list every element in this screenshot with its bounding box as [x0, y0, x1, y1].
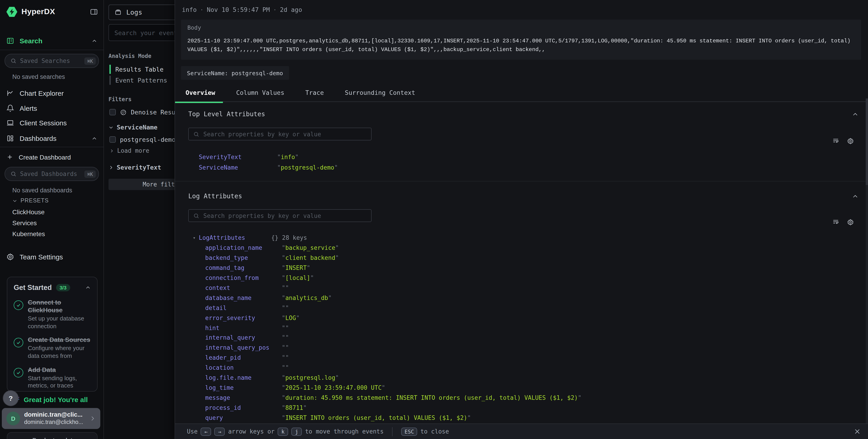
- attribute-key[interactable]: ServiceName: [199, 164, 277, 171]
- property-search-input[interactable]: Search properties by key or value: [188, 128, 372, 140]
- attribute-row[interactable]: context "": [193, 283, 868, 293]
- sidebar-item-team-settings[interactable]: Team Settings: [0, 251, 103, 263]
- attribute-key[interactable]: internal_query: [205, 334, 282, 341]
- help-button[interactable]: ?: [3, 391, 18, 406]
- collapse-section-icon[interactable]: [852, 111, 859, 118]
- sidebar-item-label: Team Settings: [20, 253, 63, 261]
- filter-group-label: SeverityText: [117, 164, 161, 171]
- attribute-value[interactable]: duration: 45.950 ms statement: INSERT IN…: [285, 394, 578, 401]
- saved-searches-input[interactable]: Saved Searches ⌘K: [5, 54, 99, 68]
- sidebar-collapse-icon[interactable]: [90, 8, 98, 16]
- attribute-row[interactable]: log_time "2025-11-10 23:59:47.000 UTC": [193, 383, 868, 393]
- attribute-key[interactable]: database_name: [205, 294, 282, 301]
- get-started-item[interactable]: Connect to ClickHouse Set up your databa…: [14, 299, 91, 330]
- attribute-row[interactable]: database_name "analytics_db": [193, 293, 868, 303]
- attribute-value[interactable]: [local]: [285, 275, 310, 281]
- tree-root-row[interactable]: ▾ LogAttributes {} 28 keys: [193, 232, 868, 243]
- attribute-value[interactable]: 2025-11-10 23:59:47.000 UTC: [285, 384, 382, 391]
- get-started-item[interactable]: Create Data Sources Configure where your…: [14, 336, 91, 360]
- wrap-lines-icon[interactable]: [832, 138, 839, 145]
- attribute-row[interactable]: process_id "88711": [193, 403, 868, 413]
- body-log-text[interactable]: 2025-11-10 23:59:47.000 UTC,postgres,ana…: [187, 37, 855, 54]
- gear-icon[interactable]: [847, 219, 854, 226]
- attribute-key[interactable]: backend_type: [205, 255, 282, 261]
- attribute-row[interactable]: internal_query "": [193, 333, 868, 343]
- attribute-key[interactable]: error_severity: [205, 314, 282, 321]
- attribute-value[interactable]: LOG: [285, 314, 296, 321]
- attribute-row[interactable]: ServiceName "postgresql-demo": [199, 162, 868, 173]
- close-icon[interactable]: [854, 428, 861, 435]
- preset-dashboard-link[interactable]: Kubernetes: [12, 230, 45, 238]
- attribute-key[interactable]: connection_from: [205, 275, 282, 281]
- caret-down-icon[interactable]: ▾: [193, 235, 199, 240]
- attribute-key[interactable]: internal_query_pos: [205, 344, 282, 351]
- attribute-row[interactable]: message "duration: 45.950 ms statement: …: [193, 393, 868, 403]
- property-search-input[interactable]: Search properties by key or value: [188, 209, 372, 222]
- attribute-value[interactable]: 88711: [285, 404, 303, 411]
- wrap-lines-icon[interactable]: [832, 219, 839, 226]
- attribute-row[interactable]: detail "": [193, 303, 868, 313]
- sidebar-item-dashboards[interactable]: Dashboards: [0, 132, 103, 145]
- attribute-row[interactable]: log.file.name "postgresql.log": [193, 373, 868, 383]
- attribute-key[interactable]: detail: [205, 305, 282, 311]
- attribute-row[interactable]: backend_type "client backend": [193, 253, 868, 263]
- preset-dashboard-link[interactable]: ClickHouse: [12, 208, 45, 216]
- preset-dashboard-link[interactable]: Services: [12, 219, 37, 226]
- attribute-key[interactable]: query: [205, 414, 282, 421]
- attribute-value[interactable]: postgresql.log: [285, 374, 335, 381]
- attribute-key[interactable]: application_name: [205, 245, 282, 251]
- user-menu[interactable]: D dominic.tran@clic... dominic.tran@clic…: [2, 408, 100, 429]
- attribute-row[interactable]: error_severity "LOG": [193, 313, 868, 323]
- attribute-key[interactable]: location: [205, 364, 282, 371]
- attribute-key[interactable]: process_id: [205, 404, 282, 411]
- attribute-row[interactable]: connection_from "[local]": [193, 273, 868, 283]
- chevron-down-icon: [108, 125, 114, 130]
- attribute-key[interactable]: log.file.name: [205, 374, 282, 381]
- scrollbar-thumb[interactable]: [866, 98, 868, 185]
- collapse-section-icon[interactable]: [852, 193, 859, 200]
- gear-icon[interactable]: [847, 138, 854, 145]
- attribute-key[interactable]: context: [205, 284, 282, 291]
- tree-root-label[interactable]: LogAttributes: [199, 234, 271, 241]
- attribute-value[interactable]: INSERT: [285, 264, 307, 271]
- attribute-key[interactable]: SeverityText: [199, 154, 277, 160]
- checkbox[interactable]: [110, 109, 116, 115]
- attribute-value[interactable]: backup_service: [285, 245, 335, 251]
- sidebar-item-chart-explorer[interactable]: Chart Explorer: [0, 87, 103, 99]
- load-more-label: Load more: [117, 147, 149, 154]
- attribute-value[interactable]: client backend: [285, 255, 335, 261]
- presets-toggle[interactable]: PRESETS: [12, 197, 49, 204]
- saved-dashboards-input[interactable]: Saved Dashboards ⌘K: [5, 167, 99, 181]
- attribute-key[interactable]: message: [205, 394, 282, 401]
- chevron-up-icon[interactable]: [85, 285, 91, 290]
- attribute-value[interactable]: INSERT INTO orders (user_id, total) VALU…: [285, 414, 467, 421]
- attribute-key[interactable]: leader_pid: [205, 354, 282, 361]
- attribute-value[interactable]: info: [281, 154, 295, 160]
- scrollbar[interactable]: [866, 98, 868, 424]
- sidebar-item-alerts[interactable]: Alerts: [0, 102, 103, 115]
- attribute-row[interactable]: application_name "backup_service": [193, 243, 868, 253]
- attribute-row[interactable]: location "": [193, 363, 868, 373]
- service-name-chip[interactable]: ServiceName: postgresql-demo: [181, 66, 289, 80]
- chevron-up-icon[interactable]: [92, 136, 97, 141]
- attribute-key[interactable]: hint: [205, 324, 282, 331]
- sidebar-item-search[interactable]: Search: [0, 35, 103, 47]
- attribute-row[interactable]: internal_query_pos "": [193, 343, 868, 353]
- get-started-item[interactable]: Add Data Start sending logs, metrics, or…: [14, 366, 91, 390]
- create-dashboard-label: Create Dashboard: [19, 153, 71, 161]
- footer-text: Use: [187, 428, 197, 435]
- attribute-row[interactable]: hint "": [193, 323, 868, 333]
- attribute-key[interactable]: log_time: [205, 384, 282, 391]
- attribute-row[interactable]: leader_pid "": [193, 353, 868, 363]
- attribute-key[interactable]: command_tag: [205, 264, 282, 271]
- checkbox[interactable]: [110, 136, 116, 143]
- attribute-value[interactable]: analytics_db: [285, 294, 328, 301]
- chevron-up-icon[interactable]: [92, 38, 97, 43]
- attribute-row[interactable]: query "INSERT INTO orders (user_id, tota…: [193, 413, 868, 422]
- create-dashboard-button[interactable]: Create Dashboard: [0, 151, 103, 163]
- bottom-partial-card[interactable]: Product updates: [7, 432, 98, 439]
- sidebar-item-client-sessions[interactable]: Client Sessions: [0, 117, 103, 129]
- attribute-row[interactable]: SeverityText "info": [199, 152, 868, 162]
- attribute-row[interactable]: command_tag "INSERT": [193, 263, 868, 273]
- attribute-value[interactable]: postgresql-demo: [281, 164, 334, 171]
